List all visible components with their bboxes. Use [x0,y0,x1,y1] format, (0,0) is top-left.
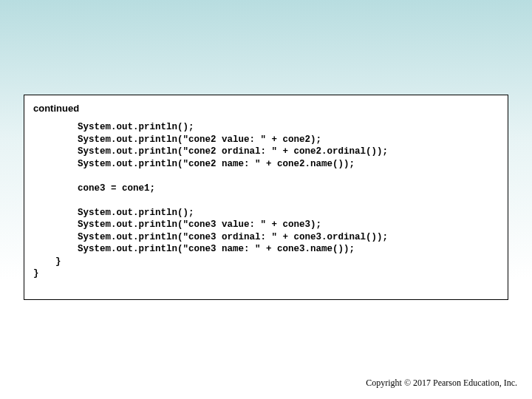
copyright-text: Copyright © 2017 Pearson Education, Inc. [366,378,517,389]
continued-heading: continued [33,103,499,114]
slide: continued System.out.println(); System.o… [0,0,532,399]
code-box: continued System.out.println(); System.o… [24,95,508,300]
code-listing: System.out.println(); System.out.println… [33,121,499,280]
